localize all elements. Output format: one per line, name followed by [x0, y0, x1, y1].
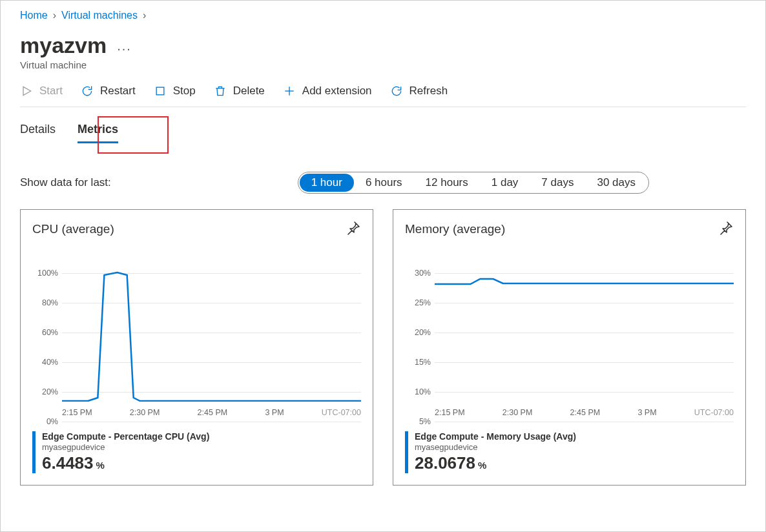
tab-details[interactable]: Details — [20, 123, 56, 143]
cpu-line-plot — [62, 269, 361, 402]
refresh-label: Refresh — [409, 85, 448, 97]
y-tick: 80% — [32, 298, 58, 307]
cpu-chart-title: CPU (average) — [32, 222, 114, 236]
pin-icon — [718, 220, 734, 236]
pin-button[interactable] — [346, 220, 361, 238]
legend-color-swatch — [32, 431, 36, 473]
range-opt-1day[interactable]: 1 day — [480, 174, 530, 192]
x-tick: 2:30 PM — [502, 408, 533, 417]
y-tick: 60% — [32, 328, 58, 337]
add-extension-button[interactable]: Add extension — [283, 85, 372, 97]
x-tick: 3 PM — [637, 408, 656, 417]
range-opt-6hours[interactable]: 6 hours — [354, 174, 414, 192]
tab-metrics[interactable]: Metrics — [78, 123, 118, 143]
x-tick: 2:30 PM — [130, 408, 160, 417]
stop-button[interactable]: Stop — [154, 85, 196, 97]
cpu-chart-area[interactable]: 100% 80% 60% 40% 20% 0% 2:15 PM 2:30 PM … — [32, 269, 361, 417]
x-tick: 2:45 PM — [570, 408, 601, 417]
range-opt-7days[interactable]: 7 days — [530, 174, 585, 192]
breadcrumb-home[interactable]: Home — [20, 10, 48, 21]
memory-chart-area[interactable]: 30% 25% 20% 15% 10% 5% 2:15 PM 2:30 PM 2… — [405, 269, 734, 417]
trash-icon — [214, 85, 227, 97]
x-tick: 2:15 PM — [62, 408, 92, 417]
pin-button[interactable] — [718, 220, 734, 238]
breadcrumb: Home › Virtual machines › — [20, 10, 746, 21]
time-range-label: Show data for last: — [20, 176, 111, 189]
delete-button[interactable]: Delete — [214, 85, 265, 97]
x-tick: 3 PM — [265, 408, 284, 417]
pin-icon — [346, 220, 361, 236]
cpu-value: 6.4483 — [42, 453, 94, 473]
legend-color-swatch — [405, 431, 408, 473]
refresh-button[interactable]: Refresh — [390, 85, 448, 97]
breadcrumb-vms[interactable]: Virtual machines — [61, 10, 138, 21]
restart-icon — [81, 85, 94, 97]
memory-chart-card: Memory (average) 30% 25% 20% 15% 10% 5% — [393, 209, 746, 486]
tabs: Details Metrics — [20, 123, 746, 143]
page-title: myazvm — [20, 33, 107, 58]
range-opt-12hours[interactable]: 12 hours — [414, 174, 480, 192]
start-label: Start — [39, 85, 63, 97]
refresh-icon — [390, 85, 403, 97]
timezone-label: UTC-07:00 — [694, 408, 734, 417]
y-tick: 30% — [405, 269, 431, 278]
chevron-right-icon: › — [53, 10, 56, 21]
memory-unit: % — [478, 460, 486, 471]
y-tick: 40% — [32, 358, 58, 367]
y-tick: 100% — [32, 269, 58, 278]
memory-value: 28.0678 — [415, 453, 475, 473]
more-actions-button[interactable]: ··· — [117, 41, 132, 56]
cpu-chart-card: CPU (average) 100% 80% 60% 40% 20% 0% — [20, 209, 373, 486]
restart-button[interactable]: Restart — [81, 85, 136, 97]
y-tick: 10% — [405, 387, 431, 396]
range-opt-30days[interactable]: 30 days — [585, 174, 647, 192]
play-icon — [20, 85, 33, 97]
y-tick: 5% — [405, 417, 431, 426]
memory-chart-title: Memory (average) — [405, 222, 505, 236]
chevron-right-icon: › — [143, 10, 146, 21]
stop-label: Stop — [173, 85, 196, 97]
memory-line-plot — [435, 269, 734, 402]
timezone-label: UTC-07:00 — [322, 408, 361, 417]
range-opt-1hour[interactable]: 1 hour — [300, 174, 354, 192]
x-tick: 2:45 PM — [198, 408, 228, 417]
plus-icon — [283, 85, 296, 97]
memory-resource-name: myasegpudevice — [415, 442, 576, 452]
y-tick: 0% — [32, 417, 58, 426]
time-range-selector: 1 hour 6 hours 12 hours 1 day 7 days 30 … — [298, 172, 649, 194]
memory-series-name: Edge Compute - Memory Usage (Avg) — [415, 431, 576, 442]
restart-label: Restart — [100, 85, 136, 97]
add-extension-label: Add extension — [302, 85, 372, 97]
cpu-series-name: Edge Compute - Percentage CPU (Avg) — [42, 431, 209, 442]
y-tick: 25% — [405, 298, 431, 307]
start-button: Start — [20, 85, 63, 97]
cpu-unit: % — [96, 460, 105, 471]
delete-label: Delete — [233, 85, 265, 97]
memory-legend: Edge Compute - Memory Usage (Avg) myaseg… — [405, 431, 734, 473]
stop-icon — [154, 85, 167, 97]
y-tick: 20% — [32, 387, 58, 396]
command-bar: Start Restart Stop Delete Add extension … — [20, 85, 746, 107]
page-subtitle: Virtual machine — [20, 59, 746, 70]
x-tick: 2:15 PM — [435, 408, 465, 417]
cpu-legend: Edge Compute - Percentage CPU (Avg) myas… — [32, 431, 361, 473]
cpu-resource-name: myasegpudevice — [42, 442, 209, 452]
y-tick: 20% — [405, 328, 431, 337]
y-tick: 15% — [405, 358, 431, 367]
svg-rect-0 — [156, 87, 164, 95]
